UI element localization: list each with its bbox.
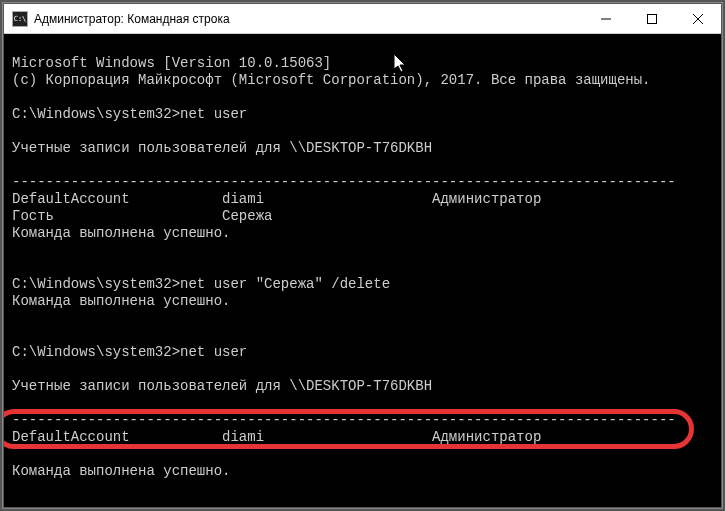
separator: ----------------------------------------… xyxy=(12,412,676,428)
separator: ----------------------------------------… xyxy=(12,174,676,190)
window-title: Администратор: Командная строка xyxy=(34,12,583,26)
prompt: C:\Windows\system32> xyxy=(12,344,180,360)
cmd-window: C:\ Администратор: Командная строка Micr… xyxy=(3,3,722,508)
cursor-icon xyxy=(394,54,408,74)
svg-rect-1 xyxy=(648,14,657,23)
line: Учетные записи пользователей для \\DESKT… xyxy=(12,140,432,156)
line: Учетные записи пользователей для \\DESKT… xyxy=(12,378,432,394)
titlebar[interactable]: C:\ Администратор: Командная строка xyxy=(4,4,721,34)
command: net user "Сережа" /delete xyxy=(180,276,390,292)
close-button[interactable] xyxy=(675,4,721,33)
cmd-icon: C:\ xyxy=(12,11,28,27)
user-row: DefaultAccount diami Администратор xyxy=(12,191,541,207)
user-row: Гость Сережа xyxy=(12,208,272,224)
line: (c) Корпорация Майкрософт (Microsoft Cor… xyxy=(12,72,651,88)
command: net user xyxy=(180,344,247,360)
window-controls xyxy=(583,4,721,33)
prompt: C:\Windows\system32> xyxy=(12,106,180,122)
user-row: DefaultAccount diami Администратор xyxy=(12,429,541,445)
line: Команда выполнена успешно. xyxy=(12,225,230,241)
terminal-output[interactable]: Microsoft Windows [Version 10.0.15063] (… xyxy=(4,34,721,507)
prompt: C:\Windows\system32> xyxy=(12,276,180,292)
maximize-button[interactable] xyxy=(629,4,675,33)
line: Команда выполнена успешно. xyxy=(12,463,230,479)
minimize-button[interactable] xyxy=(583,4,629,33)
command: net user xyxy=(180,106,247,122)
line: Команда выполнена успешно. xyxy=(12,293,230,309)
line: Microsoft Windows [Version 10.0.15063] xyxy=(12,55,331,71)
